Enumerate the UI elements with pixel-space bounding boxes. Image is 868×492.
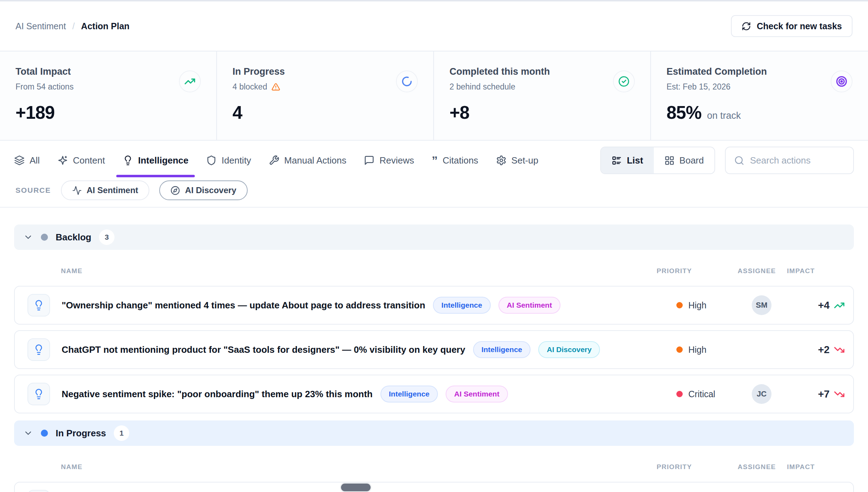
section-header-in-progress[interactable]: In Progress 1 <box>14 420 854 446</box>
column-header-name: NAME <box>61 463 657 471</box>
column-header-priority: PRIORITY <box>657 463 738 471</box>
priority-label: High <box>688 300 706 310</box>
task-row[interactable]: Negative sentiment spike: "poor onboardi… <box>14 375 854 413</box>
tab-all[interactable]: All <box>14 143 40 177</box>
breadcrumb: AI Sentiment / Action Plan <box>16 21 130 31</box>
quote-icon: ” <box>432 154 438 166</box>
source-pill-label: AI Discovery <box>185 185 236 195</box>
filter-toolbar: All Content Intelligence Identity Manual… <box>0 143 868 177</box>
tab-manual-actions[interactable]: Manual Actions <box>269 143 346 177</box>
compass-icon <box>170 186 180 195</box>
priority-cell: High <box>656 345 737 355</box>
tab-set-up[interactable]: Set-up <box>496 143 539 177</box>
stat-value: 85% <box>666 102 701 123</box>
tab-citations[interactable]: ” Citations <box>432 143 478 177</box>
lightbulb-icon <box>27 490 50 492</box>
search-input[interactable] <box>750 155 845 166</box>
source-pill-ai-discovery[interactable]: AI Discovery <box>159 180 247 200</box>
tab-label: Reviews <box>379 155 414 166</box>
tag-ai-sentiment: AI Sentiment <box>498 297 560 314</box>
check-for-new-tasks-button[interactable]: Check for new tasks <box>731 15 852 37</box>
trending-down-icon <box>834 389 845 400</box>
task-list: Backlog 3 NAME PRIORITY ASSIGNEE IMPACT … <box>0 225 868 492</box>
loader-icon <box>396 70 418 92</box>
lightbulb-icon <box>123 155 133 166</box>
status-dot <box>41 234 48 241</box>
activity-icon <box>72 186 82 195</box>
view-toggle-label: List <box>627 155 643 166</box>
tab-intelligence[interactable]: Intelligence <box>123 143 188 177</box>
priority-label: Critical <box>688 389 715 399</box>
avatar: SM <box>752 295 771 315</box>
gear-icon <box>496 155 507 166</box>
table-header: NAME PRIORITY ASSIGNEE IMPACT <box>14 263 854 279</box>
view-toggle: List Board <box>600 147 715 174</box>
section-header-backlog[interactable]: Backlog 3 <box>14 225 854 250</box>
category-tabs: All Content Intelligence Identity Manual… <box>14 143 538 177</box>
source-pill-ai-sentiment[interactable]: AI Sentiment <box>61 180 150 200</box>
view-toggle-list[interactable]: List <box>601 147 653 173</box>
tab-reviews[interactable]: Reviews <box>364 143 414 177</box>
assignee-cell: JC <box>737 384 786 404</box>
task-row[interactable]: ChatGPT not mentioning product for "SaaS… <box>14 330 854 369</box>
stat-value-note: on track <box>707 110 741 121</box>
column-header-impact: IMPACT <box>787 463 845 471</box>
stat-card-completed: Completed this month 2 behind schedule +… <box>434 51 651 140</box>
stat-title: Estimated Completion <box>666 66 767 77</box>
target-icon <box>831 70 852 92</box>
task-row[interactable]: "Ownership change" mentioned 4 times — u… <box>14 286 854 325</box>
tab-label: Citations <box>442 155 478 166</box>
search-icon <box>734 155 744 166</box>
stat-card-total-impact: Total Impact From 54 actions +189 <box>0 51 217 140</box>
stat-value: 4 <box>232 102 242 123</box>
tag-intelligence: Intelligence <box>433 297 491 314</box>
source-filter-row: SOURCE AI Sentiment AI Discovery <box>0 178 868 203</box>
impact-value: +4 <box>818 300 830 311</box>
impact-value: +7 <box>818 388 830 400</box>
column-header-priority: PRIORITY <box>657 267 738 275</box>
column-header-assignee: ASSIGNEE <box>738 267 787 275</box>
impact-cell: +4 <box>786 300 845 311</box>
stat-title: In Progress <box>232 66 285 77</box>
tab-label: Set-up <box>512 155 539 166</box>
board-view-icon <box>664 155 675 166</box>
breadcrumb-parent[interactable]: AI Sentiment <box>16 21 66 31</box>
stat-title: Total Impact <box>16 66 74 77</box>
tab-content[interactable]: Content <box>57 143 105 177</box>
tab-label: Manual Actions <box>284 155 346 166</box>
check-for-new-tasks-label: Check for new tasks <box>757 21 842 31</box>
section-count-badge: 1 <box>114 425 129 441</box>
tab-identity[interactable]: Identity <box>206 143 251 177</box>
drag-handle[interactable] <box>341 484 371 491</box>
task-row-partial[interactable] <box>14 482 854 492</box>
tag-ai-discovery: AI Discovery <box>538 341 600 358</box>
priority-dot <box>676 302 683 308</box>
search-box <box>725 147 854 174</box>
tab-label: Content <box>73 155 105 166</box>
stat-value: +8 <box>450 102 469 123</box>
tab-label: All <box>30 155 40 166</box>
stat-value: +189 <box>16 102 55 123</box>
shield-icon <box>206 155 217 166</box>
trending-up-icon <box>179 70 201 92</box>
stat-title: Completed this month <box>450 66 550 77</box>
stat-subtitle: From 54 actions <box>16 82 74 92</box>
view-toggle-board[interactable]: Board <box>654 147 714 173</box>
sparkles-icon <box>57 155 68 166</box>
wrench-icon <box>269 155 279 166</box>
tag-ai-sentiment: AI Sentiment <box>446 386 508 402</box>
column-header-assignee: ASSIGNEE <box>738 463 787 471</box>
view-toggle-label: Board <box>680 155 704 166</box>
chevron-down-icon <box>23 428 33 438</box>
source-label: SOURCE <box>16 186 51 195</box>
trending-up-icon <box>834 300 845 311</box>
section-name: In Progress <box>56 428 106 439</box>
avatar: JC <box>752 384 771 404</box>
tab-label: Intelligence <box>138 155 188 166</box>
column-header-name: NAME <box>61 267 657 275</box>
divider <box>0 207 868 208</box>
priority-cell: High <box>656 300 737 310</box>
stat-subtitle: 2 behind schedule <box>450 82 515 92</box>
column-header-impact: IMPACT <box>787 267 845 275</box>
task-title: Negative sentiment spike: "poor onboardi… <box>62 389 373 400</box>
